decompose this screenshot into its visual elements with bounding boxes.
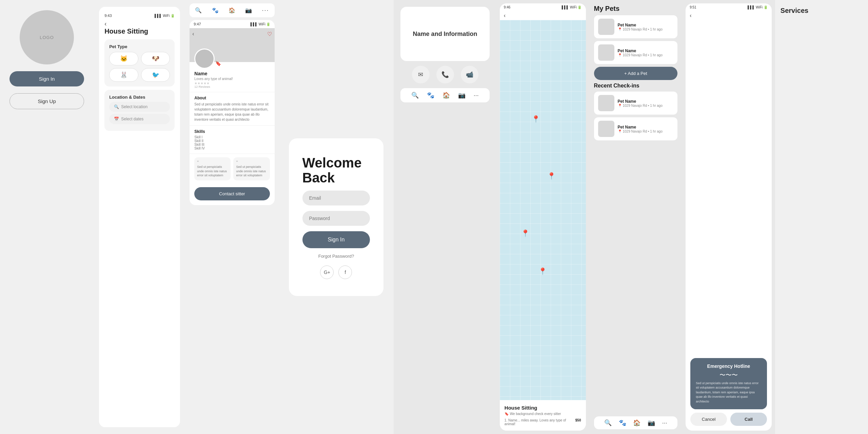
background-check: 🔖 We background check every sitter: [505, 412, 581, 416]
panel-name-info: Name and Information ✉ 📞 📹 🔍 🐾 🏠 📷 ···: [394, 0, 496, 434]
contact-sitter-button[interactable]: Contact sitter: [194, 187, 270, 200]
skills-title: Skills: [194, 129, 270, 134]
auth-signin-button[interactable]: Sign In: [302, 231, 370, 248]
emer-spacer: [686, 20, 772, 355]
skill-4: Skill IV: [194, 146, 270, 150]
time: 9:43: [104, 14, 112, 18]
panel-sitter-profile: 🔍 🐾 🏠 📷 ··· 9:47 ▌▌▌ WiFi 🔋 🔖 ‹ ♡ Name L…: [185, 0, 278, 434]
emergency-button-row: Cancel Call: [690, 413, 767, 426]
name-info-text: Name and Information: [413, 31, 477, 38]
dates-input[interactable]: 📅 Select dates: [109, 114, 170, 124]
map-time: 9:46: [504, 5, 510, 9]
welcome-card: WelcomeBack Sign In Forgot Password? G+ …: [289, 138, 384, 296]
nav-home-icon[interactable]: 🏠: [442, 92, 450, 99]
nav-paw-icon[interactable]: 🐾: [619, 419, 626, 427]
sitter-profile-card: 9:47 ▌▌▌ WiFi 🔋 🔖 ‹ ♡ Name Loves any typ…: [190, 20, 274, 205]
pet-loc-2: 📍 1029 Navajo Rd • 1 hr ago: [618, 53, 674, 57]
about-title: About: [194, 96, 270, 100]
password-input[interactable]: [302, 211, 370, 226]
pet-dog-btn[interactable]: 🐶: [141, 52, 170, 65]
skill-2: Skill II: [194, 139, 270, 143]
sitter-bio: Loves any type of animal!: [194, 77, 270, 81]
nav-paw-icon[interactable]: 🐾: [427, 92, 434, 99]
checkin-card-2: Pet Name 📍 1029 Navajo Rd • 1 hr ago: [594, 117, 678, 140]
pet-card-info-1: Pet Name 📍 1029 Navajo Rd • 1 hr ago: [618, 23, 674, 31]
sitter-avatar: [194, 48, 215, 69]
nav-more-icon[interactable]: ···: [474, 92, 479, 99]
pet-name-1: Pet Name: [618, 23, 674, 27]
back-button[interactable]: ‹: [104, 20, 175, 27]
pet-bird-btn[interactable]: 🐦: [141, 68, 170, 82]
pet-thumb-1: [598, 19, 614, 35]
panel-services: Services: [775, 0, 868, 434]
time: 9:47: [194, 22, 201, 26]
reviews-row: " Sed ut perspiciatis unde omnis iste na…: [190, 154, 274, 184]
name-info-card: Name and Information: [400, 7, 489, 61]
paw-icon[interactable]: 🐾: [212, 7, 219, 14]
search-icon[interactable]: 🔍: [195, 7, 202, 14]
services-title: Services: [779, 3, 864, 15]
pet-cat-btn[interactable]: 🐱: [109, 52, 138, 65]
skill-3: Skill III: [194, 143, 270, 146]
home-icon[interactable]: 🏠: [229, 7, 235, 14]
nav-search-icon[interactable]: 🔍: [411, 92, 419, 99]
pet-rabbit-btn[interactable]: 🐰: [109, 68, 138, 82]
panel-my-pets: My Pets Pet Name 📍 1029 Navajo Rd • 1 hr…: [589, 0, 683, 434]
back-button[interactable]: ‹: [192, 31, 194, 37]
review-2-text: Sed ut perspiciatis unde omnis iste natu…: [236, 165, 266, 177]
more-icon[interactable]: ···: [262, 7, 269, 14]
checkin-info-1: Pet Name 📍 1029 Navajo Rd • 1 hr ago: [618, 99, 674, 107]
phone-contact-icon[interactable]: 📞: [436, 66, 454, 83]
pet-loc-1: 📍 1029 Navajo Rd • 1 hr ago: [618, 27, 674, 31]
nav-more-icon[interactable]: ···: [662, 419, 667, 427]
about-section: About Sed ut perspiciatis unde omnis ist…: [190, 92, 274, 125]
bookmark-icon[interactable]: 🔖: [215, 61, 221, 66]
nav-search-icon[interactable]: 🔍: [604, 419, 612, 427]
panel-welcome-back: WelcomeBack Sign In Forgot Password? G+ …: [279, 0, 394, 434]
video-contact-icon[interactable]: 📹: [461, 66, 478, 83]
house-sitting-bottom: House Sitting 🔖 We background check ever…: [500, 400, 586, 431]
favorite-icon[interactable]: ♡: [267, 31, 272, 37]
email-contact-icon[interactable]: ✉: [412, 66, 430, 83]
emer-back-button[interactable]: ‹: [686, 11, 772, 20]
sitter-entry-row: 1. Name... miles away. Loves any type of…: [505, 418, 581, 426]
google-signin-button[interactable]: G+: [320, 265, 334, 279]
map-pin-3: 📍: [521, 229, 530, 237]
camera-icon[interactable]: 📷: [245, 7, 252, 14]
logo-circle: LOGO: [20, 10, 74, 64]
call-button[interactable]: Call: [730, 413, 767, 426]
bottom-nav-bar: 🔍 🐾 🏠 📷 ···: [400, 88, 489, 102]
sitter-reviews: 12 Reviews: [194, 85, 270, 88]
waveform-icon: 〜〜〜: [696, 371, 762, 379]
sitter-stars: ★★★★★: [194, 81, 270, 85]
map-back-button[interactable]: ‹: [500, 11, 586, 20]
checkin-loc-1: 📍 1029 Navajo Rd • 1 hr ago: [618, 104, 674, 107]
social-row: G+ f: [302, 265, 370, 279]
map-status-bar: 9:46 ▌▌▌ WiFi 🔋: [500, 3, 586, 11]
add-pet-button[interactable]: + Add a Pet: [594, 67, 678, 80]
nav-camera-icon[interactable]: 📷: [648, 419, 655, 427]
status-bar: 9:47 ▌▌▌ WiFi 🔋: [190, 20, 274, 28]
signal-icons: ▌▌▌ WiFi 🔋: [251, 22, 271, 26]
signin-button[interactable]: Sign In: [9, 71, 84, 86]
pet-type-label: Pet Type: [109, 44, 170, 49]
emer-time: 9:51: [690, 5, 696, 9]
status-bar: 9:43 ▌▌▌ WiFi 🔋: [104, 12, 175, 20]
nav-camera-icon[interactable]: 📷: [458, 92, 466, 99]
pet-card-info-2: Pet Name 📍 1029 Navajo Rd • 1 hr ago: [618, 48, 674, 57]
cancel-button[interactable]: Cancel: [690, 413, 727, 426]
pet-name-2: Pet Name: [618, 48, 674, 53]
nav-home-icon[interactable]: 🏠: [633, 419, 640, 427]
map-pin-1: 📍: [532, 115, 540, 123]
sitter-banner: 🔖 ‹ ♡: [190, 28, 274, 62]
facebook-signin-button[interactable]: f: [338, 265, 352, 279]
checkin-name-2: Pet Name: [618, 125, 674, 130]
map-pin-2: 📍: [547, 172, 556, 180]
signup-button[interactable]: Sign Up: [9, 93, 84, 109]
forgot-password-link[interactable]: Forgot Password?: [302, 254, 370, 259]
email-input[interactable]: [302, 191, 370, 205]
pet-card-1: Pet Name 📍 1029 Navajo Rd • 1 hr ago: [594, 15, 678, 38]
location-input[interactable]: 🔍 Select location: [109, 102, 170, 112]
recent-checkins-title: Recent Check-ins: [594, 83, 678, 89]
panel-map: 9:46 ▌▌▌ WiFi 🔋 ‹ 📍 📍 📍 📍 House Sitting …: [496, 0, 589, 434]
